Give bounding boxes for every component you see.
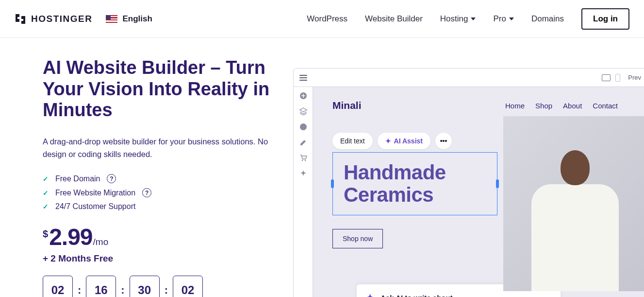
builder-topbar: Prev — [294, 69, 644, 87]
features-list: ✓ Free Domain ? ✓ Free Website Migration… — [43, 174, 290, 211]
logo[interactable]: HOSTINGER — [15, 13, 92, 25]
check-icon: ✓ — [43, 203, 49, 210]
feature-free-domain: ✓ Free Domain ? — [43, 174, 290, 183]
language-selector[interactable]: English — [106, 14, 152, 24]
ai-prompt-label: Ask AI to write about... — [380, 294, 459, 297]
price-value: 2.99 — [49, 224, 92, 250]
chevron-down-icon — [509, 17, 514, 20]
hero-title: AI Website Builder – Turn Your Vision In… — [43, 57, 290, 121]
feature-label: Free Domain — [55, 175, 100, 183]
sparkle-icon[interactable] — [299, 170, 307, 177]
feature-label: Free Website Migration — [55, 189, 135, 197]
language-label: English — [122, 14, 152, 24]
countdown-sep: : — [78, 284, 81, 297]
hamburger-icon — [299, 75, 307, 81]
sparkle-icon: ✦ — [366, 292, 374, 297]
header-left: HOSTINGER English — [15, 13, 152, 25]
bonus-label: + 2 Months Free — [43, 253, 290, 264]
currency: $ — [43, 228, 48, 240]
hero-subtitle: A drag-and-drop website builder for your… — [43, 136, 290, 160]
site-brand[interactable]: Minali — [332, 100, 362, 111]
check-icon: ✓ — [43, 189, 49, 197]
nav-domains[interactable]: Domains — [531, 14, 564, 24]
site-header: Minali Home Shop About Contact — [332, 100, 627, 111]
ai-assist-button[interactable]: ✦AI Assist — [378, 133, 430, 149]
selected-text-block[interactable]: Handmade Ceramics — [332, 152, 497, 215]
feature-support: ✓ 24/7 Customer Support — [43, 202, 290, 211]
site-nav-home[interactable]: Home — [505, 102, 525, 110]
site-nav-about[interactable]: About — [563, 102, 582, 110]
hero-text[interactable]: Handmade Ceramics — [344, 161, 486, 206]
hero-left: AI Website Builder – Turn Your Vision In… — [43, 57, 290, 297]
countdown-hours: 16 — [86, 276, 116, 297]
price: $ 2.99 /mo — [43, 224, 290, 250]
countdown: 02 : 16 : 30 : 02 — [43, 276, 290, 297]
svg-point-2 — [301, 160, 303, 161]
nav-wordpress[interactable]: WordPress — [307, 14, 347, 24]
site-nav: Home Shop About Contact — [505, 102, 618, 110]
countdown-minutes: 30 — [130, 276, 160, 297]
palette-icon[interactable] — [299, 123, 307, 131]
chevron-down-icon — [471, 17, 476, 20]
edit-text-button[interactable]: Edit text — [332, 133, 373, 149]
site-nav-shop[interactable]: Shop — [535, 102, 552, 110]
check-icon: ✓ — [43, 175, 49, 183]
main: AI Website Builder – Turn Your Vision In… — [0, 38, 644, 297]
cart-icon[interactable] — [299, 154, 307, 162]
feature-free-migration: ✓ Free Website Migration ? — [43, 188, 290, 197]
shop-now-button[interactable]: Shop now — [332, 229, 383, 248]
hostinger-logo-icon — [15, 13, 26, 25]
builder-preview: Prev Minali Home Shop About Con — [293, 57, 644, 297]
countdown-seconds: 02 — [173, 276, 203, 297]
builder-sidebar — [294, 87, 313, 297]
svg-point-1 — [300, 123, 307, 130]
us-flag-icon — [106, 15, 117, 23]
edit-icon[interactable] — [299, 139, 307, 146]
site-nav-contact[interactable]: Contact — [593, 102, 618, 110]
layers-icon[interactable] — [299, 107, 307, 115]
sparkle-icon: ✦ — [385, 137, 391, 145]
svg-point-3 — [304, 160, 306, 161]
nav-pro[interactable]: Pro — [493, 14, 513, 24]
countdown-sep: : — [165, 284, 168, 297]
countdown-days: 02 — [43, 276, 73, 297]
help-icon[interactable]: ? — [107, 174, 116, 183]
more-button[interactable]: ••• — [435, 133, 452, 149]
preview-label[interactable]: Prev — [628, 74, 641, 81]
nav-website-builder[interactable]: Website Builder — [365, 14, 423, 24]
mobile-icon[interactable] — [615, 74, 620, 82]
help-icon[interactable]: ? — [142, 188, 151, 197]
hero-image — [503, 116, 644, 291]
device-toolbar: Prev — [602, 74, 641, 82]
add-icon[interactable] — [299, 92, 307, 100]
nav-hosting[interactable]: Hosting — [440, 14, 476, 24]
main-nav: WordPress Website Builder Hosting Pro Do… — [307, 8, 629, 30]
countdown-sep: : — [121, 284, 124, 297]
person-illustration — [522, 136, 628, 291]
login-button[interactable]: Log in — [581, 8, 629, 30]
logo-text: HOSTINGER — [31, 14, 92, 24]
feature-label: 24/7 Customer Support — [55, 202, 135, 211]
menu-button[interactable] — [294, 75, 313, 81]
desktop-icon[interactable] — [602, 74, 611, 81]
builder-window: Prev Minali Home Shop About Con — [293, 68, 644, 297]
price-per: /mo — [93, 237, 109, 247]
top-header: HOSTINGER English WordPress Website Buil… — [0, 0, 644, 38]
